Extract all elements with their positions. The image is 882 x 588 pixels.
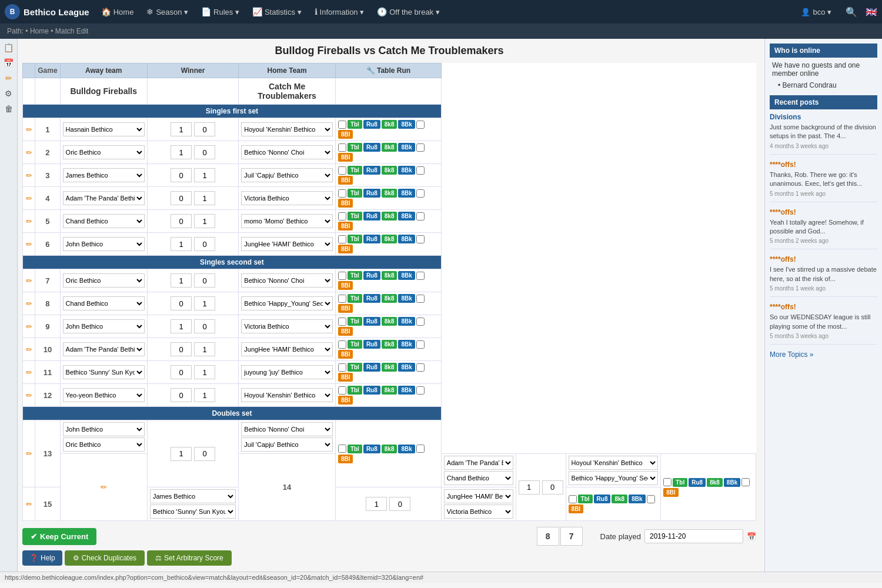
away-score-1[interactable]: [171, 122, 192, 136]
player-select[interactable]: Chand Bethico: [63, 296, 145, 310]
player-select[interactable]: Oric Bethico: [63, 273, 145, 288]
badge-8bl[interactable]: 8Bl: [338, 396, 353, 405]
player-select[interactable]: James Bethico: [150, 489, 236, 503]
badge-8k8[interactable]: 8k8: [382, 340, 397, 349]
edit-icon-6[interactable]: ✏: [26, 240, 32, 249]
badge-8bl[interactable]: 8Bl: [338, 327, 353, 336]
tr-checkbox2[interactable]: [416, 166, 425, 175]
badge-tbl[interactable]: Tbl: [348, 386, 362, 395]
badge-8k8[interactable]: 8k8: [382, 294, 397, 303]
player-select[interactable]: Bethico 'Nonno' Choi: [241, 145, 333, 159]
tr-checkbox2[interactable]: [416, 386, 425, 395]
player-select[interactable]: Juil 'Capju' Bethico: [241, 437, 333, 452]
away-score-6[interactable]: [171, 237, 192, 251]
tr-checkbox[interactable]: [338, 143, 346, 152]
home-score-7[interactable]: [194, 273, 215, 288]
post-title[interactable]: ****offs!: [770, 303, 877, 311]
help-button[interactable]: ❓ Help: [22, 550, 62, 566]
more-topics-link[interactable]: More Topics »: [770, 350, 877, 359]
edit-icon-13[interactable]: ✏: [26, 449, 32, 458]
tr-checkbox2[interactable]: [416, 121, 425, 129]
badge-8bk[interactable]: 8Bk: [398, 363, 415, 372]
tr-checkbox[interactable]: [338, 363, 346, 372]
nav-information[interactable]: ℹ Information ▾: [309, 4, 370, 20]
tr-checkbox[interactable]: [338, 272, 346, 280]
player-select[interactable]: John Bethico: [63, 319, 145, 333]
nav-statistics[interactable]: 📈 Statistics ▾: [246, 4, 308, 20]
player-select[interactable]: Bethico 'Sunny' Sun Kyoung: [63, 365, 145, 379]
badge-ru8[interactable]: Ru8: [689, 478, 706, 487]
badge-ru8[interactable]: Ru8: [594, 495, 611, 503]
set-arbitrary-score-button[interactable]: ⚖ Set Arbitrary Score: [147, 550, 232, 566]
tr-checkbox2[interactable]: [416, 318, 425, 326]
edit-icon-8[interactable]: ✏: [26, 299, 32, 308]
badge-8k8[interactable]: 8k8: [382, 445, 397, 453]
away-score-5[interactable]: [171, 214, 192, 228]
sidebar-edit-icon[interactable]: ✏: [2, 72, 15, 85]
home-score-13[interactable]: [194, 447, 215, 461]
nav-offthebreak[interactable]: 🕐 Off the break ▾: [371, 4, 446, 20]
badge-tbl[interactable]: Tbl: [348, 271, 362, 280]
tr-checkbox2[interactable]: [416, 212, 425, 220]
player-select[interactable]: Bethico 'Nonno' Choi: [241, 422, 333, 436]
nav-rules[interactable]: 📄 Rules ▾: [195, 4, 245, 20]
home-score-12[interactable]: [194, 388, 215, 402]
player-select[interactable]: Hasnain Bethico: [63, 122, 145, 136]
away-score-12[interactable]: [171, 388, 192, 402]
badge-8bk[interactable]: 8Bk: [398, 189, 415, 198]
edit-icon-3[interactable]: ✏: [26, 171, 32, 180]
away-score-11[interactable]: [171, 365, 192, 379]
badge-8bk[interactable]: 8Bk: [398, 340, 415, 349]
player-select[interactable]: Bethico 'Happy_Young' Seo: [241, 296, 333, 310]
tr-checkbox2[interactable]: [416, 235, 425, 243]
sidebar-delete-icon[interactable]: 🗑: [2, 102, 15, 115]
sidebar-settings-icon[interactable]: ⚙: [2, 87, 15, 100]
badge-8bk[interactable]: 8Bk: [398, 294, 415, 303]
home-score-10[interactable]: [194, 342, 215, 356]
badge-tbl[interactable]: Tbl: [348, 120, 362, 129]
badge-8bk[interactable]: 8Bk: [398, 445, 415, 453]
player-select[interactable]: momo 'Momo' Bethico: [241, 214, 333, 228]
tr-checkbox2[interactable]: [416, 295, 425, 303]
badge-ru8[interactable]: Ru8: [363, 386, 380, 395]
tr-checkbox[interactable]: [338, 340, 346, 349]
badge-tbl[interactable]: Tbl: [348, 235, 362, 243]
away-score-10[interactable]: [171, 342, 192, 356]
home-score-4[interactable]: [194, 191, 215, 205]
badge-ru8[interactable]: Ru8: [363, 120, 380, 129]
edit-icon-1[interactable]: ✏: [26, 125, 32, 134]
player-select[interactable]: Yeo-yeon Bethico: [63, 388, 145, 402]
badge-8bk[interactable]: 8Bk: [398, 212, 415, 220]
away-score-9[interactable]: [171, 319, 192, 333]
badge-ru8[interactable]: Ru8: [363, 363, 380, 372]
tr-checkbox[interactable]: [569, 495, 577, 503]
player-select[interactable]: Victoria Bethico: [444, 505, 513, 519]
tr-checkbox[interactable]: [338, 212, 346, 220]
date-played-input[interactable]: [644, 529, 743, 543]
badge-8k8[interactable]: 8k8: [382, 386, 397, 395]
player-select[interactable]: Hoyoul 'Kenshin' Bethico: [241, 122, 333, 136]
badge-ru8[interactable]: Ru8: [363, 235, 380, 243]
badge-8k8[interactable]: 8k8: [382, 363, 397, 372]
player-select[interactable]: Bethico 'Nonno' Choi: [241, 273, 333, 288]
tr-checkbox2[interactable]: [416, 272, 425, 280]
search-button[interactable]: 🔍: [842, 6, 861, 18]
badge-tbl[interactable]: Tbl: [348, 143, 362, 152]
nav-season[interactable]: ❄ Season ▾: [141, 4, 194, 20]
edit-icon-11[interactable]: ✏: [26, 368, 32, 377]
post-title[interactable]: ****offs!: [770, 255, 877, 263]
nav-user[interactable]: 👤 bco ▾: [795, 4, 837, 20]
edit-icon-14[interactable]: ✏: [101, 483, 107, 492]
player-select[interactable]: Victoria Bethico: [241, 319, 333, 333]
badge-8bl[interactable]: 8Bl: [338, 373, 353, 382]
badge-ru8[interactable]: Ru8: [363, 317, 380, 326]
tr-checkbox[interactable]: [338, 445, 346, 453]
tr-checkbox2[interactable]: [416, 143, 425, 152]
player-select[interactable]: Bethico 'Sunny' Sun Kyoung: [150, 505, 236, 519]
tr-checkbox[interactable]: [663, 478, 671, 486]
badge-ru8[interactable]: Ru8: [363, 143, 380, 152]
player-select[interactable]: John Bethico: [63, 237, 145, 251]
away-score-14[interactable]: [519, 480, 540, 495]
home-score-11[interactable]: [194, 365, 215, 379]
tr-checkbox[interactable]: [338, 295, 346, 303]
